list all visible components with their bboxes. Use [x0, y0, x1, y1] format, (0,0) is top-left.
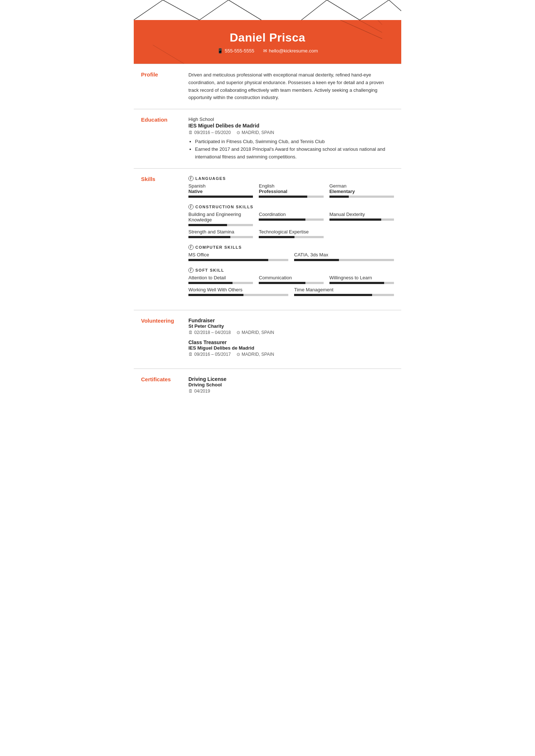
soft-category: i SOFT SKILL Attention to Detail Communi…	[188, 268, 394, 296]
vol-title-2: Class Treasurer	[188, 339, 394, 345]
vol-org-2: IES Miguel Delibes de Madrid	[188, 345, 394, 351]
lang-english: English Professional	[259, 183, 323, 198]
bar-ms-office	[188, 259, 288, 261]
construction-category: i CONSTRUCTION SKILLS Building and Engin…	[188, 204, 394, 238]
vol-date-2: 🗓 09/2016 – 05/2017	[188, 352, 231, 357]
calendar-icon-cert1: 🗓	[188, 389, 193, 394]
info-icon-soft: i	[188, 268, 194, 273]
calendar-icon-vol2: 🗓	[188, 352, 193, 357]
info-icon-construction: i	[188, 204, 194, 209]
profile-content: Driven and meticulous professional with …	[188, 71, 401, 102]
computer-grid: MS Office CATIA, 3ds Max	[188, 252, 394, 261]
bar-tech-expertise	[259, 236, 323, 238]
volunteering-label: Volunteering	[134, 318, 188, 361]
profile-label: Profile	[134, 71, 188, 102]
svg-line-4	[301, 0, 327, 20]
skill-coordination: Coordination	[259, 212, 323, 226]
soft-grid-row2: Working Well With Others Time Management	[188, 287, 394, 296]
phone-contact: 📱 555-555-5555	[217, 48, 254, 54]
edu-meta: 🗓 09/2016 – 05/2020 ⊙ MADRID, SPAIN	[188, 130, 394, 135]
vol-meta-1: 🗓 02/2018 – 04/2018 ⊙ MADRID, SPAIN	[188, 330, 394, 335]
location-icon: ⊙	[237, 130, 240, 135]
profile-text: Driven and meticulous professional with …	[188, 71, 394, 102]
svg-line-0	[134, 0, 163, 20]
info-icon-languages: i	[188, 176, 194, 181]
lang-spanish: Spanish Native	[188, 183, 253, 198]
location-icon-vol2: ⊙	[237, 352, 240, 357]
bar-attention	[188, 282, 253, 284]
header: Daniel Prisca 📱 555-555-5555 ✉ hello@kic…	[134, 20, 401, 64]
bar-working-others	[188, 294, 288, 296]
vol-entry-1: Fundraiser St Peter Charity 🗓 02/2018 – …	[188, 318, 394, 335]
construction-title: i CONSTRUCTION SKILLS	[188, 204, 394, 209]
certificates-section: Certificates Driving License Driving Sch…	[134, 369, 401, 402]
bar-manual-dexterity	[329, 218, 394, 221]
bar-coordination	[259, 218, 323, 221]
vol-entry-2: Class Treasurer IES Miguel Delibes de Ma…	[188, 339, 394, 357]
edu-bullet-2: Earned the 2017 and 2018 Principal's Awa…	[195, 146, 394, 161]
vol-meta-2: 🗓 09/2016 – 05/2017 ⊙ MADRID, SPAIN	[188, 352, 394, 357]
info-icon-computer: i	[188, 245, 194, 250]
bar-english	[259, 196, 323, 198]
lang-german: German Elementary	[329, 183, 394, 198]
edu-bullet-1: Participated in Fitness Club, Swimming C…	[195, 138, 394, 146]
cert-title-1: Driving License	[188, 376, 394, 382]
languages-grid: Spanish Native English Professional	[188, 183, 394, 198]
edu-degree: High School	[188, 117, 394, 122]
skill-willingness: Willingness to Learn	[329, 275, 394, 284]
skill-tech-expertise: Technological Expertise	[259, 229, 323, 238]
calendar-icon: 🗓	[188, 130, 193, 135]
header-contact: 📱 555-555-5555 ✉ hello@kickresume.com	[148, 48, 387, 54]
email-icon: ✉	[263, 48, 267, 54]
svg-line-3	[229, 0, 261, 20]
cert-meta-1: 🗓 04/2019	[188, 389, 394, 394]
bar-spanish	[188, 196, 253, 198]
skill-working-others: Working Well With Others	[188, 287, 288, 296]
volunteering-content: Fundraiser St Peter Charity 🗓 02/2018 – …	[188, 318, 401, 361]
cert-org-1: Driving School	[188, 382, 394, 387]
skill-attention: Attention to Detail	[188, 275, 253, 284]
phone-icon: 📱	[217, 48, 223, 54]
vol-date-1: 🗓 02/2018 – 04/2018	[188, 330, 231, 335]
vol-location-1: ⊙ MADRID, SPAIN	[237, 330, 274, 335]
calendar-icon-vol1: 🗓	[188, 330, 193, 335]
top-decoration	[134, 0, 401, 20]
computer-title: i COMPUTER SKILLS	[188, 245, 394, 250]
construction-grid: Building and EngineeringKnowledge Coordi…	[188, 212, 394, 238]
skill-manual-dexterity: Manual Dexterity	[329, 212, 394, 226]
certificates-label: Certificates	[134, 376, 188, 395]
edu-location: ⊙ MADRID, SPAIN	[237, 130, 274, 135]
edu-bullets: Participated in Fitness Club, Swimming C…	[188, 138, 394, 161]
bar-willingness	[329, 282, 394, 284]
bar-strength	[188, 236, 253, 238]
location-icon-vol1: ⊙	[237, 330, 240, 335]
education-section: Education High School IES Miguel Delibes…	[134, 109, 401, 168]
certificates-content: Driving License Driving School 🗓 04/2019	[188, 376, 401, 395]
soft-grid-row1: Attention to Detail Communication Willin…	[188, 275, 394, 284]
skill-ms-office: MS Office	[188, 252, 288, 261]
computer-category: i COMPUTER SKILLS MS Office CATIA, 3ds M…	[188, 245, 394, 261]
skill-catia: CATIA, 3ds Max	[294, 252, 394, 261]
skills-content: i LANGUAGES Spanish Native English Profe…	[188, 176, 401, 303]
volunteering-section: Volunteering Fundraiser St Peter Charity…	[134, 310, 401, 369]
skills-label: Skills	[134, 176, 188, 303]
skill-strength: Strength and Stamina	[188, 229, 253, 238]
skill-time-management: Time Management	[294, 287, 394, 296]
bar-building	[188, 224, 253, 226]
skill-communication: Communication	[259, 275, 323, 284]
bar-german	[329, 196, 394, 198]
svg-line-5	[327, 0, 360, 20]
skills-section: Skills i LANGUAGES Spanish Native	[134, 168, 401, 310]
email-contact: ✉ hello@kickresume.com	[263, 48, 318, 54]
edu-school: IES Miguel Delibes de Madrid	[188, 123, 394, 129]
education-content: High School IES Miguel Delibes de Madrid…	[188, 117, 401, 161]
svg-line-10	[378, 20, 382, 25]
vol-location-2: ⊙ MADRID, SPAIN	[237, 352, 274, 357]
skill-building: Building and EngineeringKnowledge	[188, 212, 253, 226]
soft-title: i SOFT SKILL	[188, 268, 394, 273]
svg-line-2	[199, 0, 229, 20]
svg-line-1	[163, 0, 199, 20]
resume-name: Daniel Prisca	[148, 31, 387, 44]
svg-line-6	[360, 0, 389, 20]
vol-org-1: St Peter Charity	[188, 323, 394, 329]
